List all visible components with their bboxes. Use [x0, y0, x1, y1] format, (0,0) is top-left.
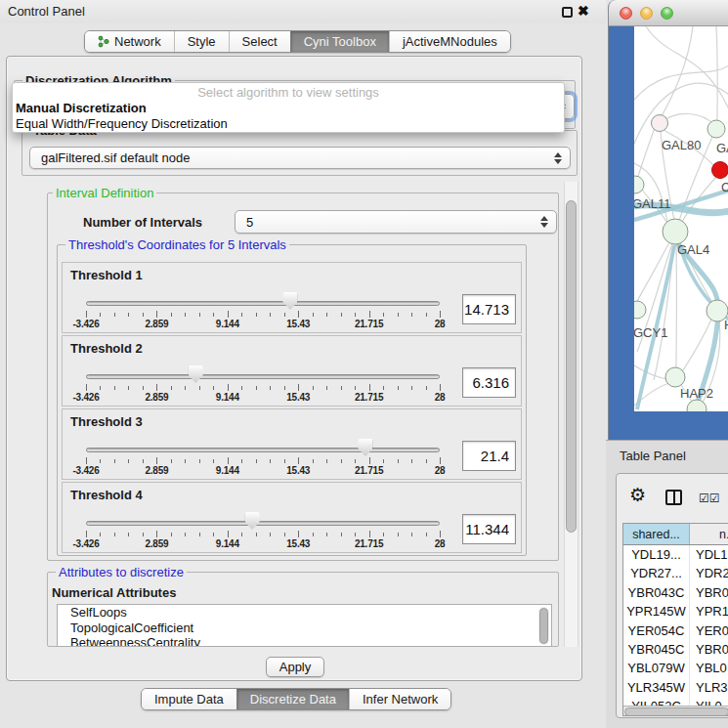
tab-infer-network[interactable]: Infer Network — [349, 689, 450, 709]
algorithm-option-manual-discretization[interactable]: Manual Discretization — [13, 101, 564, 116]
tick-mark — [256, 313, 257, 317]
threshold-slider-handle[interactable] — [358, 439, 372, 456]
threshold-label: Threshold 1 — [70, 268, 143, 282]
table-horizontal-scrollbar[interactable] — [623, 706, 728, 716]
tick-mark — [86, 384, 87, 391]
network-edge — [634, 65, 728, 100]
zoom-traffic-light-icon[interactable] — [661, 7, 673, 20]
tab-label: Select — [242, 34, 278, 49]
tab-jactivemnodules[interactable]: jActiveMNodules — [389, 31, 510, 52]
number-of-intervals-combobox[interactable]: 5 — [235, 210, 557, 234]
cell-shared-name: YBR045C — [623, 640, 690, 659]
attribute-item-topologicalcoefficient[interactable]: TopologicalCoefficient — [58, 621, 551, 636]
numerical-attributes-list[interactable]: SelfLoopsTopologicalCoefficientBetweenne… — [57, 604, 552, 647]
tick-mark — [398, 533, 399, 536]
cell-name: YIL0 — [690, 697, 728, 706]
attribute-item-selfloops[interactable]: SelfLoops — [58, 605, 551, 621]
table-row[interactable]: YIL052CYIL0 — [623, 697, 728, 706]
content-scrollbar-thumb[interactable] — [566, 200, 577, 533]
attribute-item-betweennesscentrality[interactable]: BetweennessCentrality — [58, 635, 551, 647]
tick-mark — [440, 384, 441, 391]
tab-network[interactable]: Network — [85, 31, 174, 52]
threshold-value-input[interactable]: 21.4 — [462, 441, 516, 471]
tick-label: -3.426 — [72, 538, 99, 549]
network-canvas[interactable]: GAL80GACGAL11GAL4GCY1HHAP2 — [634, 26, 728, 411]
select-columns-checkboxes-icon[interactable]: ☑☑ — [699, 492, 720, 505]
threshold-slider-handle[interactable] — [282, 292, 297, 310]
table-scrollbar-thumb[interactable] — [624, 707, 728, 716]
table-row[interactable]: YDR27...YDR2 — [623, 564, 728, 582]
table-row[interactable]: YER054CYER0 — [623, 621, 728, 640]
tick-mark — [228, 384, 229, 391]
tick-label: 21.715 — [355, 538, 383, 549]
table-row[interactable]: YBL079WYBL0 — [623, 659, 728, 677]
tick-label: 21.715 — [355, 465, 383, 476]
gear-icon[interactable]: ⚙ — [629, 486, 646, 504]
tick-mark — [284, 386, 285, 390]
tab-impute-data[interactable]: Impute Data — [142, 689, 236, 709]
apply-button[interactable]: Apply — [266, 657, 324, 677]
table-data-combobox[interactable]: galFiltered.sif default node — [29, 147, 571, 169]
cell-name: YPR1 — [690, 602, 728, 621]
node-label: HAP2 — [680, 386, 713, 401]
threshold-slider-track[interactable] — [86, 521, 440, 526]
network-node-gal4[interactable] — [663, 219, 688, 244]
tick-mark — [114, 533, 115, 536]
tab-style[interactable]: Style — [174, 31, 229, 52]
cell-name: YER0 — [690, 621, 728, 640]
threshold-slider-track[interactable] — [86, 301, 440, 306]
threshold-slider-handle[interactable] — [245, 512, 260, 530]
threshold-slider-handle[interactable] — [189, 365, 203, 383]
network-node-c[interactable] — [712, 162, 728, 179]
table-row[interactable]: YBR045CYBR0 — [623, 640, 728, 659]
float-window-icon[interactable] — [562, 7, 573, 18]
table-row[interactable]: YDL19...YDL1 — [623, 545, 728, 564]
threshold-slider-track[interactable] — [86, 448, 440, 452]
network-node-hap2[interactable] — [665, 367, 685, 387]
threshold-value-input[interactable]: 11.344 — [462, 514, 516, 544]
cell-shared-name: YLR345W — [623, 678, 690, 697]
tick-mark — [383, 459, 384, 463]
cell-shared-name: YPR145W — [623, 602, 690, 621]
columns-icon[interactable] — [665, 490, 682, 505]
tick-mark — [156, 457, 157, 464]
table-row[interactable]: YPR145WYPR1 — [623, 602, 728, 621]
threshold-value-input[interactable]: 14.713 — [462, 294, 516, 324]
table-row[interactable]: YBR043CYBR0 — [623, 583, 728, 602]
tick-mark — [228, 311, 229, 318]
cell-shared-name: YIL052C — [623, 697, 690, 706]
column-header-name[interactable]: n... — [690, 524, 728, 544]
network-node-ga[interactable] — [707, 120, 725, 138]
node-label: GAL4 — [677, 242, 709, 257]
tab-discretize-data[interactable]: Discretize Data — [236, 689, 349, 709]
threshold-panel-4: Threshold 4-3.4262.8599.14415.4321.71528… — [62, 482, 522, 553]
tick-mark — [128, 533, 129, 536]
list-scrollbar[interactable] — [538, 607, 549, 645]
network-node-gcy1[interactable] — [634, 301, 646, 319]
tick-label: 15.43 — [286, 538, 310, 549]
tick-label: 2.859 — [145, 538, 168, 549]
algorithm-option-equal-width-frequency-discretization[interactable]: Equal Width/Frequency Discretization — [13, 116, 564, 132]
tick-mark — [426, 533, 427, 536]
minimize-traffic-light-icon[interactable] — [640, 7, 653, 20]
tick-mark — [411, 313, 412, 317]
tick-mark — [185, 313, 186, 317]
close-traffic-light-icon[interactable] — [620, 7, 632, 20]
cell-shared-name: YER054C — [623, 621, 690, 640]
table-row[interactable]: YLR345WYLR3 — [623, 678, 728, 697]
threshold-value-input[interactable]: 6.316 — [462, 367, 516, 398]
tick-mark — [426, 313, 427, 317]
tab-cyni-toolbox[interactable]: Cyni Toolbox — [290, 31, 389, 52]
close-icon[interactable]: ✖ — [578, 3, 589, 19]
network-node-gal80[interactable] — [652, 115, 668, 132]
thresholds-group: Threshold's Coordinates for 5 Intervals … — [57, 244, 527, 556]
content-scrollbar[interactable] — [564, 182, 578, 647]
column-header-shared-name[interactable]: shared... — [623, 524, 690, 544]
tick-mark — [369, 457, 370, 464]
threshold-slider-track[interactable] — [86, 374, 440, 379]
tick-label: -3.426 — [72, 465, 99, 476]
tab-select[interactable]: Select — [229, 31, 290, 52]
tick-label: 21.715 — [355, 319, 383, 329]
tab-label: Cyni Toolbox — [304, 34, 376, 49]
tick-mark — [383, 533, 384, 536]
